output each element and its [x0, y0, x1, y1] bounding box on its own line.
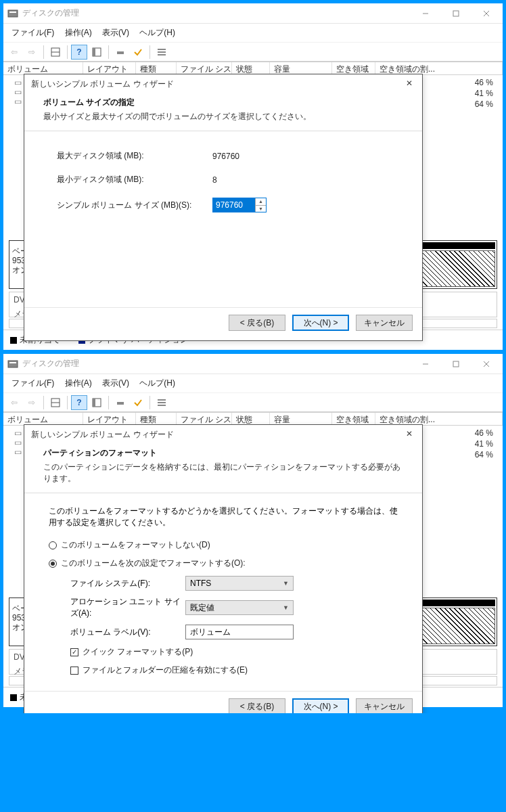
- close-icon[interactable]: ✕: [403, 78, 415, 90]
- col-type[interactable]: 種類: [136, 62, 177, 74]
- menu-action[interactable]: 操作(A): [61, 376, 96, 391]
- col-capacity[interactable]: 容量: [270, 62, 332, 74]
- col-volume[interactable]: ボリューム: [3, 413, 83, 425]
- volume-label-input[interactable]: [185, 625, 294, 639]
- min-size-value: 8: [212, 175, 217, 185]
- tool-connect-icon[interactable]: [112, 395, 129, 410]
- app-icon: [7, 8, 18, 19]
- close-button[interactable]: [471, 355, 501, 374]
- max-size-label: 最大ディスク領域 (MB):: [57, 150, 212, 162]
- col-freepct[interactable]: 空き領域の割...: [375, 413, 503, 425]
- close-button[interactable]: [471, 4, 501, 23]
- menu-file[interactable]: ファイル(F): [7, 25, 58, 41]
- svg-rect-1: [9, 12, 16, 13]
- spin-up-icon[interactable]: ▲: [256, 198, 266, 206]
- au-select[interactable]: 既定値▼: [185, 600, 294, 615]
- step-heading: パーティションのフォーマット: [43, 447, 403, 459]
- tool-connect-icon[interactable]: [112, 45, 129, 60]
- col-layout[interactable]: レイアウト: [83, 62, 136, 74]
- tool-check-icon[interactable]: [130, 395, 146, 410]
- wizard-title: 新しいシンプル ボリューム ウィザード: [31, 78, 403, 90]
- col-fs[interactable]: ファイル システム: [177, 413, 232, 425]
- tool-check-icon[interactable]: [130, 45, 146, 60]
- next-button[interactable]: 次へ(N) >: [292, 698, 349, 713]
- minimize-button[interactable]: [410, 4, 440, 23]
- svg-rect-0: [8, 10, 18, 17]
- maximize-button[interactable]: [440, 355, 471, 374]
- col-type[interactable]: 種類: [136, 413, 177, 425]
- chevron-down-icon: ▼: [283, 580, 289, 587]
- svg-rect-24: [117, 402, 124, 405]
- forward-icon[interactable]: ⇨: [24, 395, 40, 410]
- col-status[interactable]: 状態: [232, 62, 270, 74]
- menu-file[interactable]: ファイル(F): [7, 376, 58, 391]
- au-label: アロケーション ユニット サイズ(A):: [70, 596, 185, 619]
- svg-rect-3: [453, 11, 459, 16]
- spin-down-icon[interactable]: ▼: [256, 206, 266, 212]
- radio-no-format[interactable]: このボリュームをフォーマットしない(D): [49, 539, 398, 551]
- minimize-button[interactable]: [410, 355, 440, 374]
- radio-do-format[interactable]: このボリュームを次の設定でフォーマットする(O):: [49, 558, 398, 569]
- svg-rect-15: [9, 362, 16, 363]
- app-icon: [7, 359, 18, 369]
- back-button[interactable]: < 戻る(B): [229, 315, 285, 331]
- fs-label: ファイル システム(F):: [70, 578, 185, 589]
- back-icon[interactable]: ⇦: [6, 395, 22, 410]
- svg-rect-17: [453, 361, 459, 367]
- min-size-label: 最小ディスク領域 (MB):: [57, 174, 212, 185]
- cancel-button[interactable]: キャンセル: [356, 698, 413, 713]
- tool-grid-icon[interactable]: [47, 45, 64, 60]
- menu-help[interactable]: ヘルプ(H): [135, 376, 179, 391]
- back-icon[interactable]: ⇦: [6, 45, 22, 60]
- chevron-down-icon: ▼: [283, 604, 289, 611]
- close-icon[interactable]: ✕: [403, 429, 415, 441]
- menu-help[interactable]: ヘルプ(H): [135, 25, 179, 41]
- cancel-button[interactable]: キャンセル: [356, 315, 413, 331]
- col-capacity[interactable]: 容量: [270, 413, 332, 425]
- maximize-button[interactable]: [440, 4, 471, 23]
- next-button[interactable]: 次へ(N) >: [292, 315, 349, 331]
- svg-rect-9: [93, 48, 95, 56]
- fs-select[interactable]: NTFS▼: [185, 576, 294, 591]
- tool-pane-icon[interactable]: [89, 45, 105, 60]
- svg-rect-11: [158, 49, 166, 50]
- tool-list-icon[interactable]: [154, 45, 170, 60]
- window-title: ディスクの管理: [22, 7, 410, 19]
- col-freepct[interactable]: 空き領域の割...: [375, 62, 503, 74]
- tool-pane-icon[interactable]: [89, 395, 105, 410]
- size-input[interactable]: [213, 198, 255, 212]
- svg-rect-26: [158, 402, 166, 403]
- vl-label: ボリューム ラベル(V):: [70, 627, 185, 638]
- compress-checkbox[interactable]: ファイルとフォルダーの圧縮を有効にする(E): [70, 664, 398, 676]
- quick-format-checkbox[interactable]: ✓クイック フォーマットする(P): [70, 646, 398, 658]
- wizard-dialog: 新しいシンプル ボリューム ウィザード ✕ パーティションのフォーマット このパ…: [24, 424, 423, 713]
- size-stepper[interactable]: ▲▼: [212, 198, 267, 212]
- tool-list-icon[interactable]: [154, 395, 170, 410]
- format-desc: このボリュームをフォーマットするかどうかを選択してください。フォーマットする場合…: [49, 505, 398, 528]
- step-sub: このパーティションにデータを格納するには、最初にパーティションをフォーマットする…: [43, 461, 403, 484]
- forward-icon[interactable]: ⇨: [24, 45, 40, 60]
- wizard-title: 新しいシンプル ボリューム ウィザード: [31, 429, 403, 441]
- menu-view[interactable]: 表示(V): [98, 25, 133, 41]
- size-label: シンプル ボリューム サイズ (MB)(S):: [57, 200, 212, 211]
- menu-view[interactable]: 表示(V): [98, 376, 133, 391]
- menu-action[interactable]: 操作(A): [61, 25, 96, 41]
- tool-grid-icon[interactable]: [47, 395, 64, 410]
- tool-help-icon[interactable]: ?: [71, 395, 87, 410]
- tool-help-icon[interactable]: ?: [71, 45, 87, 60]
- svg-rect-27: [158, 405, 166, 406]
- col-free[interactable]: 空き領域: [332, 62, 375, 74]
- svg-rect-14: [8, 361, 18, 367]
- step-sub: 最小サイズと最大サイズの間でボリュームのサイズを選択してください。: [43, 111, 403, 122]
- row-pct-b: 41 %: [475, 89, 493, 99]
- back-button[interactable]: < 戻る(B): [229, 698, 285, 713]
- step-heading: ボリューム サイズの指定: [43, 97, 403, 108]
- col-free[interactable]: 空き領域: [332, 413, 375, 425]
- col-status[interactable]: 状態: [232, 413, 270, 425]
- col-fs[interactable]: ファイル システム: [177, 62, 232, 74]
- svg-rect-10: [117, 51, 124, 54]
- svg-rect-12: [158, 51, 166, 53]
- col-volume[interactable]: ボリューム: [3, 62, 83, 74]
- col-layout[interactable]: レイアウト: [83, 413, 136, 425]
- wizard-dialog: 新しいシンプル ボリューム ウィザード ✕ ボリューム サイズの指定 最小サイズ…: [24, 74, 423, 341]
